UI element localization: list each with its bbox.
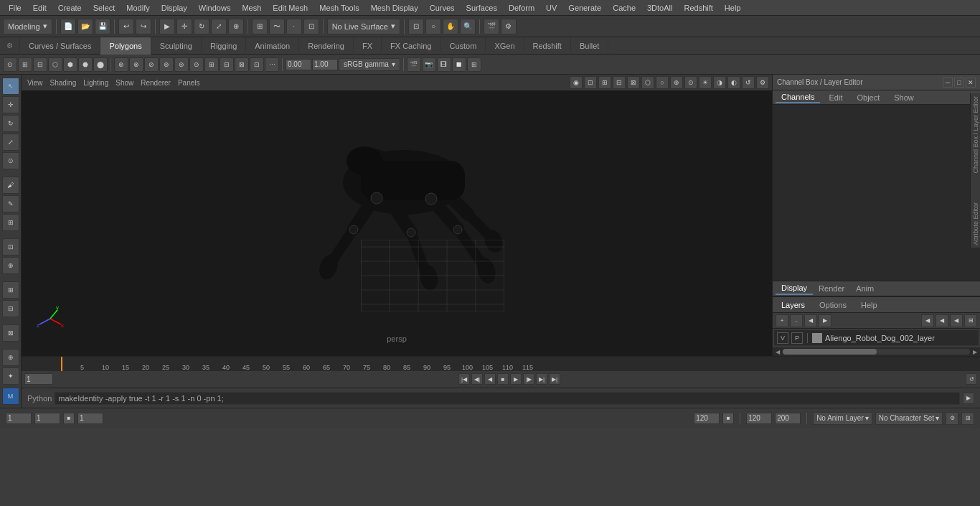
display-btn[interactable]: ⊠	[2, 324, 19, 342]
transform-x-input[interactable]	[286, 59, 311, 70]
menu-surfaces[interactable]: Surfaces	[461, 2, 503, 14]
move-tool-btn[interactable]: ✛	[2, 96, 19, 113]
layer-new-btn[interactable]: +	[776, 314, 788, 327]
tb2-icon-16[interactable]: ⊠	[235, 57, 249, 72]
tb2-icon-3[interactable]: ⊟	[33, 57, 47, 72]
menu-help[interactable]: Help	[719, 2, 747, 14]
vp-cam-btn5[interactable]: ⊠	[627, 76, 640, 89]
snap-grid[interactable]: ⊞	[252, 19, 268, 34]
layer-scroll-right[interactable]: ▶	[971, 349, 979, 355]
cam-pan[interactable]: ✋	[443, 19, 458, 34]
layer-menu-layers[interactable]: Layers	[776, 299, 811, 311]
tab-channels[interactable]: Channels	[776, 92, 820, 103]
tab-settings-btn[interactable]: ⚙	[0, 37, 20, 55]
layer-playback-btn[interactable]: P	[791, 332, 803, 344]
pb-end-btn[interactable]: ▶|	[549, 373, 560, 385]
vp-ao-btn[interactable]: ◐	[727, 76, 740, 89]
vp-show-menu[interactable]: Show	[113, 78, 136, 88]
menu-generate[interactable]: Generate	[562, 2, 607, 14]
cam-fit[interactable]: ⊡	[408, 19, 424, 34]
select-btn[interactable]: ▶	[159, 19, 175, 34]
vp-light-btn[interactable]: ☀	[699, 76, 712, 89]
magnet-btn[interactable]: ⊕	[2, 257, 19, 274]
layer-visibility-btn[interactable]: V	[777, 332, 788, 344]
vp-panels-menu[interactable]: Panels	[175, 78, 203, 88]
menu-curves[interactable]: Curves	[424, 2, 461, 14]
char-set-dropdown[interactable]: No Character Set ▾	[875, 412, 943, 425]
pb-back-btn[interactable]: ◀	[484, 373, 496, 385]
channel-box-minimize-btn[interactable]: ─	[943, 78, 953, 88]
tb2-icon-13[interactable]: ⊝	[189, 57, 204, 72]
vp-cam-btn2[interactable]: ⊡	[584, 76, 597, 89]
transform-y-input[interactable]	[312, 59, 338, 70]
vp-loop-btn[interactable]: ↺	[742, 76, 755, 89]
layer-scroll-left[interactable]: ◀	[774, 349, 781, 355]
menu-modify[interactable]: Modify	[121, 2, 155, 14]
menu-mesh-display[interactable]: Mesh Display	[365, 2, 424, 14]
tb2-icon-11[interactable]: ⊛	[159, 57, 174, 72]
menu-select[interactable]: Select	[88, 2, 121, 14]
vertical-attribute-editor-label[interactable]: Attribute Editor	[972, 202, 979, 245]
menu-redshift[interactable]: Redshift	[678, 2, 718, 14]
tb2-icon-4[interactable]: ⬡	[48, 57, 62, 72]
layer-menu-help[interactable]: Help	[855, 299, 883, 311]
scale-tool-btn[interactable]: ⤢	[2, 133, 19, 151]
command-input[interactable]	[55, 392, 960, 405]
tab-redshift[interactable]: Redshift	[524, 37, 571, 55]
vp-settings-btn[interactable]: ⚙	[756, 76, 769, 89]
snap-point[interactable]: ·	[286, 19, 302, 34]
tab-show[interactable]: Show	[888, 93, 920, 103]
tab-object[interactable]: Object	[851, 93, 885, 103]
cam-zoom[interactable]: 🔍	[460, 19, 476, 34]
menu-uv[interactable]: UV	[540, 2, 562, 14]
menu-windows[interactable]: Windows	[193, 2, 237, 14]
tab-bullet[interactable]: Bullet	[571, 37, 609, 55]
tb2-icon-2[interactable]: ⊞	[18, 57, 32, 72]
vp-cam-btn4[interactable]: ⊟	[613, 76, 626, 89]
pb-stop-btn[interactable]: ■	[497, 373, 509, 385]
tb2-icon-5[interactable]: ⬢	[63, 57, 77, 72]
tab-fx[interactable]: FX	[354, 37, 382, 55]
rotate-tool-btn[interactable]: ↻	[2, 115, 19, 132]
live-surface-dropdown[interactable]: No Live Surface ▾	[327, 19, 400, 34]
vp-shadow-btn[interactable]: ◑	[713, 76, 726, 89]
tb2-icon-9[interactable]: ⊗	[129, 57, 143, 72]
soft-select-btn[interactable]: ⊙	[2, 152, 19, 169]
vp-wireframe-btn[interactable]: ⬡	[641, 76, 654, 89]
tb2-icon-6[interactable]: ⬣	[78, 57, 93, 72]
save-btn[interactable]: 💾	[95, 19, 110, 34]
tb2-icon-15[interactable]: ⊟	[220, 57, 234, 72]
bb-settings-btn[interactable]: ⚙	[946, 412, 958, 425]
vp-renderer-menu[interactable]: Renderer	[138, 78, 174, 88]
tb2-render4-btn[interactable]: 🔲	[452, 57, 466, 72]
channel-box-close-btn[interactable]: ✕	[966, 78, 976, 88]
bb-options-btn[interactable]: ⊞	[961, 412, 974, 425]
menu-mesh-tools[interactable]: Mesh Tools	[314, 2, 364, 14]
tab-polygons[interactable]: Polygons	[100, 37, 151, 55]
tb2-icon-7[interactable]: ⬤	[93, 57, 108, 72]
new-btn[interactable]: 📄	[60, 19, 76, 34]
tb2-icon-12[interactable]: ⊜	[174, 57, 189, 72]
render-settings[interactable]: ⚙	[501, 19, 517, 34]
tb2-icon-10[interactable]: ⊘	[144, 57, 159, 72]
paint-btn[interactable]: 🖌	[2, 177, 19, 194]
tab-edit[interactable]: Edit	[823, 93, 848, 103]
tb2-icon-18[interactable]: ⋯	[265, 57, 279, 72]
mode-dropdown[interactable]: Modeling ▾	[3, 19, 52, 34]
menu-create[interactable]: Create	[52, 2, 88, 14]
layer-scroll-track[interactable]	[783, 349, 970, 355]
layer-nav-right[interactable]: ▶	[819, 314, 831, 327]
layer-nav-left[interactable]: ◀	[804, 314, 817, 327]
tab-rendering[interactable]: Rendering	[299, 37, 354, 55]
pb-prev-key-btn[interactable]: ◀|	[471, 373, 483, 385]
transform-btn[interactable]: ⊕	[228, 19, 244, 34]
vp-cam-btn1[interactable]: ◉	[570, 76, 583, 89]
redo-btn[interactable]: ↪	[136, 19, 151, 34]
tab-curves-surfaces[interactable]: Curves / Surfaces	[20, 37, 100, 55]
maya-logo-btn[interactable]: M	[2, 388, 19, 405]
tab-sculpting[interactable]: Sculpting	[151, 37, 202, 55]
tab-fx-caching[interactable]: FX Caching	[382, 37, 440, 55]
tb2-render2-btn[interactable]: 📷	[422, 57, 436, 72]
tab-render[interactable]: Render	[813, 283, 850, 294]
tab-display[interactable]: Display	[776, 282, 813, 295]
